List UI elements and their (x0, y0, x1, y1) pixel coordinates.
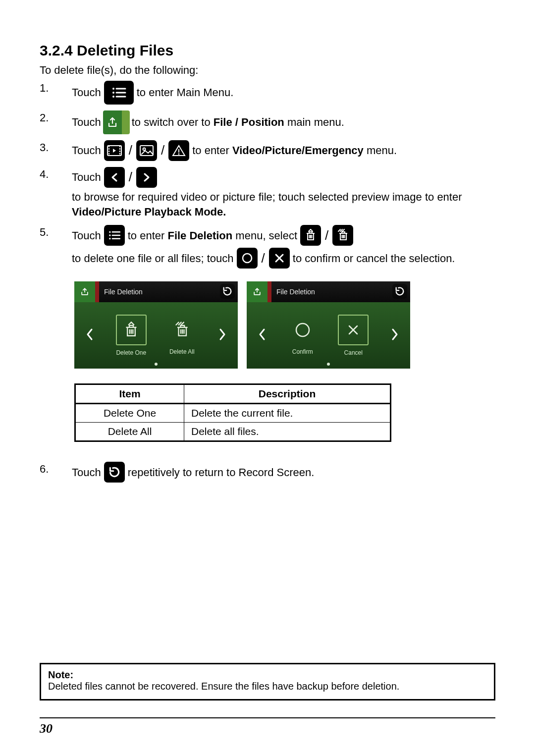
back-icon (220, 284, 235, 299)
text: to enter (192, 144, 232, 157)
step-text: to browse for required video or picture … (72, 190, 495, 219)
step-text: Touch (72, 465, 101, 480)
text: menu. (364, 144, 397, 157)
menu-lines-svg (111, 87, 126, 99)
option-label: Delete One (116, 349, 146, 356)
option-delete-all: Delete All (167, 316, 196, 355)
option-label: Confirm (292, 348, 313, 355)
note-box: Note: Deleted files cannot be recovered.… (40, 663, 495, 701)
header-upload-icon (247, 281, 268, 302)
step-number: 3. (40, 140, 72, 155)
separator: / (129, 168, 132, 186)
bold-text: File / Position (214, 116, 284, 128)
text: main menu. (284, 116, 344, 128)
table-header-row: Item Description (75, 384, 391, 404)
step-text: to confirm or cancel the selection. (293, 251, 455, 266)
step-2: 2. Touch (40, 110, 495, 134)
cancel-x-icon (338, 315, 369, 345)
device-screenshots: File Deletion De (74, 281, 495, 369)
text: menu, select (232, 229, 297, 242)
table-row: Delete One Delete the current file. (75, 404, 391, 423)
section-heading: 3.2.4 Deleting Files (40, 42, 495, 59)
menu-list-icon (104, 225, 125, 246)
separator: / (262, 250, 265, 267)
note-label: Note: (48, 669, 73, 680)
bold-text: Video/Picture Playback Mode. (72, 206, 226, 218)
cell-item: Delete One (75, 404, 184, 423)
step-3: 3. Touch / / (40, 140, 495, 161)
manual-page: 3.2.4 Deleting Files To delete file(s), … (0, 0, 535, 756)
step-4: 4. Touch / to browse for required video … (40, 167, 495, 219)
svg-point-12 (109, 235, 110, 236)
confirm-circle-icon (237, 248, 258, 269)
screenshot-body: Delete One Delete All (74, 302, 238, 369)
step-number: 4. (40, 167, 72, 182)
description-table: Item Description Delete One Delete the c… (74, 383, 391, 442)
bold-text: File Deletion (167, 229, 232, 242)
step-1: 1. Touch to enter Mai (40, 81, 495, 105)
step-number: 1. (40, 81, 72, 96)
steps-list-continued: 6. Touch repetitively to return to Recor… (40, 462, 495, 488)
option-delete-one: Delete One (116, 315, 147, 356)
option-confirm: Confirm (288, 316, 317, 355)
separator: / (325, 227, 328, 244)
text: to enter (128, 229, 168, 242)
svg-point-1 (112, 92, 114, 94)
step-text: to switch over to File / Position main m… (132, 115, 344, 130)
cell-item: Delete All (75, 423, 184, 441)
svg-point-2 (112, 96, 114, 98)
svg-point-0 (112, 88, 114, 90)
step-text: to delete one file or all files; touch (72, 251, 234, 266)
intro-text: To delete file(s), do the following: (40, 64, 495, 77)
bold-text: Video/Picture/Emergency (232, 144, 364, 157)
separator: / (161, 142, 164, 159)
text: to browse for required video or picture … (72, 191, 462, 203)
prev-arrow-icon (104, 167, 125, 188)
delete-all-icon (167, 316, 196, 344)
header-red-bar (95, 281, 99, 302)
prev-arrow-icon (85, 327, 95, 343)
text: to switch over to (132, 116, 214, 128)
page-number: 30 (40, 717, 495, 736)
picture-icon (136, 140, 157, 161)
cell-description: Delete all files. (184, 423, 391, 441)
separator: / (129, 142, 132, 159)
screenshot-title: File Deletion (104, 288, 143, 296)
step-number: 6. (40, 462, 72, 477)
emergency-warning-icon (168, 140, 189, 161)
return-back-icon (104, 462, 125, 483)
next-arrow-icon (136, 167, 157, 188)
svg-point-10 (178, 154, 180, 155)
svg-point-8 (143, 148, 145, 151)
option-label: Delete All (169, 348, 195, 355)
step-text: Touch (72, 170, 101, 185)
header-description: Description (184, 384, 391, 404)
step-text: Touch (72, 85, 101, 100)
screenshot-body: Confirm Cancel (247, 302, 410, 369)
step-text: repetitively to return to Record Screen. (128, 465, 315, 480)
step-number: 5. (40, 225, 72, 240)
header-red-bar (268, 281, 271, 302)
svg-point-11 (109, 231, 110, 233)
page-indicator-dot (327, 363, 330, 366)
step-text: to enter Main Menu. (137, 85, 234, 100)
screenshot-confirm-cancel: File Deletion Confirm (247, 281, 410, 369)
screenshot-delete-options: File Deletion De (74, 281, 238, 369)
cell-description: Delete the current file. (184, 404, 391, 423)
svg-point-23 (243, 254, 252, 263)
back-icon (392, 284, 407, 299)
step-text: to enter Video/Picture/Emergency menu. (192, 143, 397, 158)
delete-one-icon (116, 315, 147, 345)
option-label: Cancel (344, 349, 363, 356)
step-5: 5. Touch to enter File Deletion menu, se… (40, 225, 495, 269)
option-cancel: Cancel (338, 315, 369, 356)
svg-point-32 (296, 324, 309, 336)
step-text: Touch (72, 115, 101, 130)
step-text: to enter File Deletion menu, select (128, 228, 297, 243)
file-position-tab-icon (103, 110, 130, 134)
video-icon (104, 140, 125, 161)
step-6: 6. Touch repetitively to return to Recor… (40, 462, 495, 483)
menu-list-icon (104, 81, 134, 105)
steps-list: 1. Touch to enter Mai (40, 81, 495, 274)
screenshot-header: File Deletion (247, 281, 410, 302)
